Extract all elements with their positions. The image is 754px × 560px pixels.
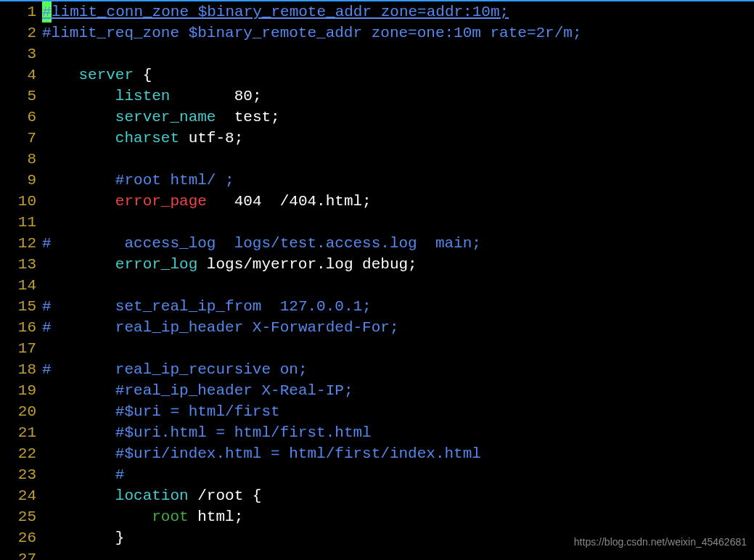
code-line[interactable]: #real_ip_header X-Real-IP; <box>42 380 754 401</box>
line-number: 4 <box>0 65 36 86</box>
line-number: 12 <box>0 233 36 254</box>
code-line[interactable] <box>42 149 754 170</box>
code-line[interactable]: #limit_conn_zone $binary_remote_addr zon… <box>42 1 754 22</box>
line-number: 7 <box>0 128 36 149</box>
line-number: 2 <box>0 22 36 44</box>
code-line[interactable]: # <box>42 464 754 485</box>
code-line[interactable]: #root html/ ; <box>42 170 754 191</box>
line-number: 10 <box>0 191 36 212</box>
line-number: 5 <box>0 86 36 107</box>
code-line[interactable]: location /root { <box>42 485 754 506</box>
code-editor[interactable]: 1 2 3 4 5 6 7 8 9 10 11 12 13 14 15 16 1… <box>0 1 754 560</box>
line-number: 17 <box>0 338 36 359</box>
line-number: 8 <box>0 149 36 170</box>
code-line[interactable] <box>42 275 754 296</box>
watermark: https://blog.csdn.net/weixin_45462681 <box>574 532 747 553</box>
code-line[interactable]: error_page 404 /404.html; <box>42 191 754 212</box>
line-number: 26 <box>0 527 36 548</box>
line-number: 9 <box>0 170 36 191</box>
code-line[interactable] <box>42 212 754 233</box>
code-line[interactable] <box>42 44 754 65</box>
code-line[interactable]: # access_log logs/test.access.log main; <box>42 233 754 254</box>
line-number: 22 <box>0 443 36 464</box>
code-line[interactable] <box>42 338 754 359</box>
line-number: 20 <box>0 401 36 422</box>
line-number-gutter: 1 2 3 4 5 6 7 8 9 10 11 12 13 14 15 16 1… <box>0 1 42 560</box>
line-number: 18 <box>0 359 36 380</box>
code-line[interactable]: server_name test; <box>42 107 754 128</box>
code-line[interactable]: root html; <box>42 506 754 527</box>
line-number: 23 <box>0 464 36 485</box>
code-line[interactable]: error_log logs/myerror.log debug; <box>42 254 754 275</box>
code-line[interactable]: listen 80; <box>42 86 754 107</box>
code-content[interactable]: #limit_conn_zone $binary_remote_addr zon… <box>42 1 754 560</box>
cursor: # <box>42 1 52 22</box>
code-line[interactable]: charset utf-8; <box>42 128 754 149</box>
code-line[interactable]: # set_real_ip_from 127.0.0.1; <box>42 296 754 317</box>
line-number: 11 <box>0 212 36 233</box>
line-number: 16 <box>0 317 36 338</box>
code-line[interactable]: #$uri/index.html = html/first/index.html <box>42 443 754 464</box>
line-number: 13 <box>0 254 36 275</box>
code-line[interactable]: #$uri = html/first <box>42 401 754 422</box>
line-number: 15 <box>0 296 36 317</box>
code-line[interactable]: # real_ip_recursive on; <box>42 359 754 380</box>
line-number: 21 <box>0 422 36 443</box>
line-number: 14 <box>0 275 36 296</box>
code-line[interactable]: #limit_req_zone $binary_remote_addr zone… <box>42 22 754 44</box>
line-number: 6 <box>0 107 36 128</box>
line-number: 25 <box>0 506 36 527</box>
line-number: 24 <box>0 485 36 506</box>
code-line[interactable]: #$uri.html = html/first.html <box>42 422 754 443</box>
line-number: 3 <box>0 44 36 65</box>
line-number: 27 <box>0 548 36 560</box>
line-number: 19 <box>0 380 36 401</box>
code-line[interactable]: # real_ip_header X-Forwarded-For; <box>42 317 754 338</box>
code-line[interactable]: server { <box>42 65 754 86</box>
line-number: 1 <box>0 1 36 22</box>
